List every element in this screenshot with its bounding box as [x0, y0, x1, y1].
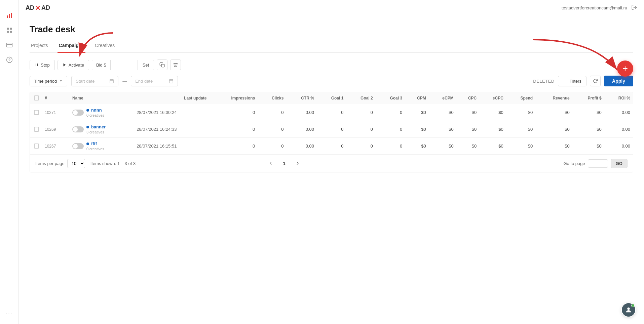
user-email: testadvertforcreationcam@mail.ru	[562, 5, 627, 10]
main-content: Trade desk Projects Campaigns Creatives …	[19, 16, 644, 324]
page-number: 1	[279, 159, 289, 168]
refresh-icon	[593, 79, 598, 83]
row-last-update: 28/07/2021 16:24:33	[134, 121, 209, 138]
campaign-name[interactable]: nnnn	[91, 108, 102, 113]
campaign-name[interactable]: banner	[91, 124, 106, 129]
stop-button[interactable]: Stop	[30, 60, 55, 70]
delete-button[interactable]	[170, 59, 181, 70]
row-cpm: $0	[405, 121, 429, 138]
row-checkbox-0[interactable]	[34, 110, 39, 115]
col-clicks: Clicks	[258, 92, 286, 104]
chevron-down-icon	[59, 79, 63, 83]
tab-creatives[interactable]: Creatives	[93, 40, 116, 53]
row-impressions: 0	[209, 121, 258, 138]
row-checkbox-2[interactable]	[34, 144, 39, 149]
add-campaign-fab[interactable]: +	[617, 60, 633, 77]
row-ecpc: $0	[479, 138, 506, 155]
campaign-sub: 0 creatives	[86, 147, 104, 151]
row-clicks: 0	[258, 138, 286, 155]
apply-button[interactable]: Apply	[604, 76, 633, 86]
campaign-name[interactable]: ffff	[91, 141, 97, 146]
sidebar-more[interactable]: ...	[6, 309, 13, 320]
row-ecpc: $0	[479, 104, 506, 121]
row-name-cell: nnnn 0 creatives	[70, 104, 134, 121]
col-goal3: Goal 3	[376, 92, 405, 104]
go-to-page-input[interactable]	[588, 159, 608, 168]
row-clicks: 0	[258, 121, 286, 138]
row-ctr: 0.00	[286, 121, 317, 138]
row-ctr: 0.00	[286, 104, 317, 121]
bid-input[interactable]	[111, 60, 138, 70]
top-bar: AD ✕ AD testadvertforcreationcam@mail.ru	[19, 0, 644, 16]
bid-set-button[interactable]: Set	[138, 60, 154, 70]
status-dot	[86, 126, 89, 128]
prev-page-button[interactable]	[266, 159, 275, 168]
logo-text-ad2: AD	[41, 4, 50, 11]
end-date-input[interactable]: End date	[131, 76, 178, 86]
logo-x-icon: ✕	[35, 4, 41, 12]
row-checkbox-1[interactable]	[34, 127, 39, 132]
row-ecpm: $0	[429, 138, 456, 155]
toolbar: Stop Activate Bid $ Set	[30, 59, 633, 70]
col-last-update: Last update	[134, 92, 209, 104]
col-ctr: CTR %	[286, 92, 317, 104]
activate-button[interactable]: Activate	[58, 60, 89, 70]
filters-button[interactable]: Filters	[558, 76, 586, 86]
row-ctr: 0.00	[286, 138, 317, 155]
calendar-icon	[109, 79, 114, 83]
campaign-sub: 3 creatives	[86, 130, 106, 134]
tab-campaigns[interactable]: Campaigns	[58, 40, 85, 53]
row-cpc: $0	[456, 121, 480, 138]
copy-button[interactable]	[157, 59, 167, 70]
row-impressions: 0	[209, 138, 258, 155]
next-page-button[interactable]	[293, 159, 302, 168]
tabs: Projects Campaigns Creatives	[30, 40, 633, 53]
row-roi: 0.00	[604, 138, 633, 155]
logout-icon[interactable]	[631, 4, 637, 11]
start-date-input[interactable]: Start date	[71, 76, 118, 86]
sidebar-item-analytics[interactable]	[3, 9, 15, 22]
go-button[interactable]: GO	[611, 159, 628, 168]
sidebar-item-campaigns[interactable]	[3, 24, 15, 36]
copy-icon	[159, 62, 165, 68]
row-clicks: 0	[258, 104, 286, 121]
row-last-update: 28/07/2021 16:30:24	[134, 104, 209, 121]
row-goal2: 0	[346, 138, 375, 155]
play-icon	[63, 63, 67, 67]
filter-row: Time period Start date — End date DELETE…	[30, 76, 633, 86]
status-dot	[86, 143, 89, 145]
sidebar-item-billing[interactable]	[3, 39, 15, 51]
col-goal2: Goal 2	[346, 92, 375, 104]
campaign-toggle-2[interactable]	[72, 143, 84, 149]
per-page-select[interactable]: 10 25 50	[67, 159, 85, 168]
table-row: 10267 ffff 0 creatives 28/07/2021 16:1	[30, 138, 633, 155]
stop-icon	[35, 63, 39, 67]
select-all-checkbox[interactable]	[34, 95, 39, 100]
row-roi: 0.00	[604, 104, 633, 121]
refresh-button[interactable]	[590, 76, 601, 86]
campaign-toggle-1[interactable]	[72, 126, 84, 132]
row-goal2: 0	[346, 104, 375, 121]
campaign-toggle-0[interactable]	[72, 110, 84, 116]
col-ecpm: eCPM	[429, 92, 456, 104]
sidebar-item-help[interactable]: ?	[3, 54, 15, 66]
svg-rect-14	[36, 64, 36, 66]
row-name-cell: banner 3 creatives	[70, 121, 134, 138]
user-avatar[interactable]	[621, 302, 636, 317]
row-spend: $0	[506, 104, 535, 121]
row-id: 10267	[42, 138, 70, 155]
row-impressions: 0	[209, 104, 258, 121]
tab-projects[interactable]: Projects	[30, 40, 49, 53]
col-impressions: Impressions	[209, 92, 258, 104]
logo: AD ✕ AD	[26, 4, 50, 12]
logo-text-ad1: AD	[26, 4, 34, 11]
campaign-sub: 0 creatives	[86, 113, 104, 117]
row-goal2: 0	[346, 121, 375, 138]
row-goal3: 0	[376, 138, 405, 155]
time-period-select[interactable]: Time period	[30, 76, 67, 86]
svg-rect-6	[10, 31, 12, 33]
row-revenue: $0	[535, 121, 572, 138]
col-goal1: Goal 1	[317, 92, 346, 104]
row-goal3: 0	[376, 121, 405, 138]
status-dot	[86, 109, 89, 112]
